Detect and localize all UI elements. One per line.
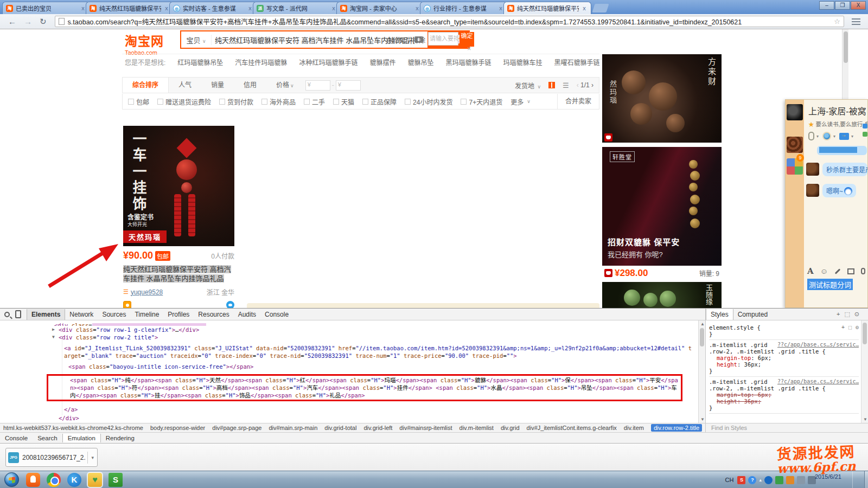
suggestion-link-6[interactable]: 黑玛瑙貔貅手链 [445,57,491,67]
browser-tab-1[interactable]: 淘已卖出的宝贝x [2,2,90,14]
wangwang-chat-icon[interactable] [226,301,234,308]
ad-item[interactable]: 轩胜堂 招财双貔貅 保平安 我已经拥有 你呢? ¥298.00 销量: 9 [602,147,722,280]
ad-item[interactable]: 玉随缘 [602,282,722,308]
ad-image[interactable]: 玉随缘 [602,282,722,308]
checkbox[interactable] [333,99,339,105]
css-rule-2[interactable]: ??c/app/base.cs…s/servic…:1289.m-itemlis… [709,377,859,414]
tray-shield-icon[interactable] [775,476,783,484]
start-button[interactable] [4,472,19,487]
styles-header-icon-1[interactable]: + [837,311,840,318]
suggestion-link-2[interactable]: 汽车挂件玛瑙貔貅 [235,57,287,67]
css-property[interactable]: height: 36px; [709,398,859,404]
checkbox[interactable] [405,99,411,105]
back-button[interactable]: ← [8,17,16,26]
element-style-icon-1[interactable]: + [841,324,845,330]
show-desktop-button[interactable] [864,471,868,488]
devtools-tab-profiles[interactable]: Profiles [163,309,194,320]
device-mode-icon[interactable] [15,310,21,318]
browser-tab-7[interactable]: 淘纯天然红玛瑙貔貅保平安x [503,2,591,14]
checkbox[interactable] [304,99,310,105]
filter-checkbox-1[interactable]: 包邮 [128,97,149,106]
taobao-logo[interactable]: 淘宝网 Taobao.com [125,31,164,56]
language-indicator[interactable]: CH [725,477,734,483]
product-card[interactable]: 一车一挂饰 含鉴定书大师开光 天然玛瑙 ¥90.00 包邮 0人付款 纯天然红玛… [123,126,234,308]
suggestion-link-7[interactable]: 玛瑙貔貅车挂 [503,57,542,67]
grid-view-icon[interactable] [548,82,555,88]
disclosure-arrow[interactable]: ▼ [52,333,55,341]
taskbar-clock[interactable] [852,471,865,488]
breadcrumb-item-8[interactable]: div.m-itemlist [459,425,494,431]
tray-volume-icon[interactable] [797,476,805,484]
code-line-7[interactable]: </div> [59,414,694,422]
address-bar[interactable]: s.taobao.com/search?q=纯天然红玛瑙貔貅保平安符+高档汽车挂… [55,16,844,27]
filter-checkbox-8[interactable]: 24小时内发货 [405,97,452,106]
checkbox[interactable] [461,99,467,105]
code-line-clipped[interactable]: <div class= [54,322,694,326]
forward-button[interactable]: → [24,17,32,26]
download-caret-icon[interactable]: ▾ [87,452,95,464]
ad-item[interactable]: 方来财 然玛瑙 ¥99.00 销量: 53 [602,42,722,145]
filter-checkbox-7[interactable]: 正品保障 [362,97,397,106]
browser-tab-4[interactable]: 派写文章 - 派代网x [253,2,341,14]
devtools-tab-resources[interactable]: Resources [194,309,233,320]
code-line-3[interactable]: <a id="J_Itemlist_TLink_520039832391" cl… [64,344,694,359]
sort-tab-2[interactable]: 人气 [169,78,201,93]
breadcrumb-item-6[interactable]: div.grid-left [363,425,392,431]
element-style-icon-3[interactable]: ⊙ [856,324,859,330]
close-icon[interactable]: × [467,44,471,53]
restore-button[interactable]: ❐ [835,1,850,10]
devtools-tab-console[interactable]: Console [260,309,293,320]
pagination[interactable]: ‹ 1/1 › [577,81,593,89]
chat-sidebar-icon[interactable] [863,124,867,129]
browser-tab-6[interactable]: ◎行业排行 - 生意参谋x [420,2,508,14]
ad-image[interactable]: 方来财 然玛瑙 [602,54,722,143]
disclosure-arrow[interactable]: ▶ [52,326,55,333]
taskbar-seller-tool-icon[interactable]: S [108,473,123,487]
tab-close-icon[interactable]: x [581,5,588,11]
close-window-button[interactable]: X [851,1,866,10]
filter-checkbox-3[interactable]: 货到付款 [219,97,253,106]
checkbox[interactable] [219,99,225,105]
new-tab-button[interactable] [592,4,609,12]
breadcrumb-item-4[interactable]: div#main.srp-main [269,425,317,431]
styles-scrollbar[interactable]: ▼ [861,320,868,423]
magic-wand-icon[interactable] [835,268,841,274]
drawer-tab-emulation[interactable]: Emulation [62,434,101,442]
video-call-icon[interactable] [822,132,831,140]
tray-network-icon[interactable] [808,476,816,484]
suggestion-link-5[interactable]: 貔貅吊坠 [407,57,433,67]
devtools-tab-timeline[interactable]: Timeline [130,309,163,320]
filter-checkbox-9[interactable]: 7+天内退货 [461,97,502,106]
price-max-input[interactable]: ¥ [336,80,361,91]
reload-button[interactable]: ↻ [40,17,47,27]
inspect-element-icon[interactable] [4,312,10,317]
merge-sellers-button[interactable]: 合并卖家 [557,94,599,109]
taskbar-kugou-icon[interactable]: K [67,473,81,487]
ship-location-dropdown[interactable]: 发货地 ∨ [515,81,541,90]
search-category-dropdown[interactable]: 宝贝 ∨ [181,35,212,45]
filter-checkbox-6[interactable]: 天猫 [333,97,354,106]
tray-orange-icon[interactable] [786,476,794,484]
css-file-link[interactable]: ??c/app/base.cs…s/servic…:1289 [777,342,859,348]
breadcrumb-item-3[interactable]: div#page.srp-page [212,425,261,431]
suggestion-link-1[interactable]: 红玛瑙貔貅吊坠 [177,57,223,67]
code-line-5[interactable]: <span class="H">纯</span><span class="H">… [70,376,679,399]
styles-rules[interactable]: +⬚⊙ element.style { } ??c/app/base.cs…s/… [706,320,861,423]
breadcrumb-item-10[interactable]: div#J_itemlistCont.items.g-clearfix [527,425,617,431]
suggestion-link-4[interactable]: 貔貅摆件 [369,57,395,67]
drawer-tab-search[interactable]: Search [33,434,62,442]
suggestion-link-3[interactable]: 冰种红玛瑙貔貅手链 [299,57,358,67]
elements-scrollbar[interactable]: ▲▼ [698,320,705,423]
sort-tab-5[interactable]: 价格∨ [266,78,304,93]
checkbox[interactable] [362,99,368,105]
drawer-tab-console[interactable]: Console [0,434,33,442]
styles-tab-computed[interactable]: Computed [733,309,772,320]
chat-sidebar-icon[interactable] [863,132,867,137]
filter-checkbox-2[interactable]: 赠送退货运费险 [157,97,211,106]
browser-tab-2[interactable]: 淘纯天然红玛瑙貔貅保平安x [86,2,174,14]
code-line-6[interactable]: </a> [64,406,694,413]
breadcrumb-item-7[interactable]: div#mainsrp-itemlist [399,425,452,431]
tray-kugou-icon[interactable] [764,476,773,484]
breadcrumb-item-5[interactable]: div.grid-total [324,425,356,431]
checkbox[interactable] [157,99,163,105]
